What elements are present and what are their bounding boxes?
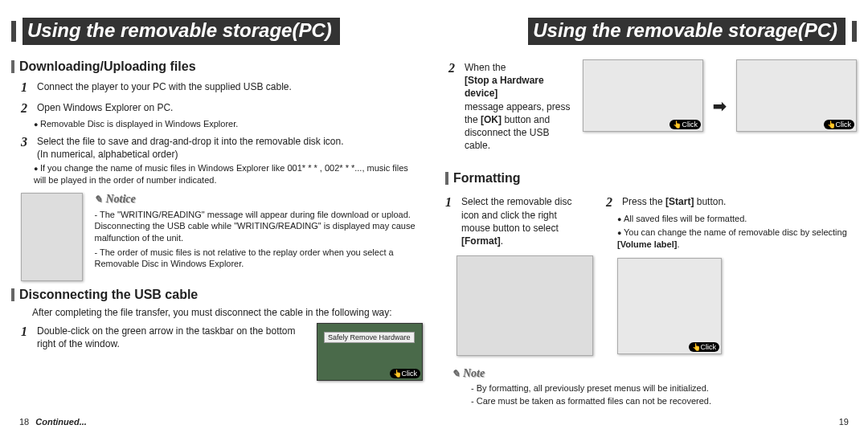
- step-number: 3: [21, 133, 32, 161]
- page-title: Using the removable storage(PC): [528, 18, 845, 45]
- format-step-2: 2Press the [Start] button.: [606, 194, 857, 211]
- section-formatting: Formatting: [445, 171, 857, 186]
- notice-item: - The "WRITING/READING" message will app…: [94, 209, 423, 243]
- screenshot-tray: Safely Remove Hardware 👆Click: [317, 323, 423, 381]
- step-2-row: 2 When the [Stop a Hardware device] mess…: [448, 59, 857, 152]
- tooltip: Safely Remove Hardware: [324, 332, 415, 343]
- click-badge: 👆Click: [689, 342, 720, 352]
- format-step-1: 1Select the removable disc icon and clic…: [445, 194, 582, 247]
- page-title-row: Using the removable storage(PC): [11, 18, 423, 45]
- step-number: 2: [606, 194, 617, 211]
- step-number: 2: [21, 100, 32, 117]
- note-block: ✎Note - By formatting, all previously pr…: [452, 367, 857, 407]
- step-number: 1: [445, 194, 457, 247]
- step-2: 2Open Windows Explorer on PC.: [21, 100, 423, 117]
- screenshot-format-menu: [457, 255, 593, 356]
- pen-icon: ✎: [94, 194, 102, 205]
- title-mark: [11, 21, 16, 42]
- step-number: 1: [21, 323, 32, 350]
- step-number: 2: [448, 59, 460, 152]
- screenshot-stop-confirm: 👆Click: [736, 59, 857, 132]
- screenshot-explorer: [21, 193, 83, 281]
- footer-left: 18Continued...: [19, 417, 87, 427]
- arrow-icon: ➡: [713, 96, 727, 116]
- screenshot-stop-hardware: 👆Click: [583, 59, 703, 132]
- screenshot-format-dialog: 👆Click: [617, 258, 722, 354]
- bullet: If you change the name of music files in…: [34, 162, 423, 186]
- footer-right: 19: [839, 417, 849, 427]
- format-columns: 1Select the removable disc icon and clic…: [445, 190, 857, 356]
- bullet: You can change the name of removable dis…: [617, 227, 857, 251]
- note-item: - Care must be taken as formatted files …: [471, 395, 857, 407]
- notice-label: ✎Notice: [94, 193, 423, 206]
- step-1: 1Connect the player to your PC with the …: [21, 79, 423, 96]
- page-title: Using the removable storage(PC): [23, 18, 340, 45]
- notice-block: ✎Notice - The "WRITING/READING" message …: [21, 193, 423, 281]
- step-3: 3Select the file to save and drag-and-dr…: [21, 133, 423, 161]
- right-page: Using the removable storage(PC) 2 When t…: [434, 0, 868, 433]
- note-label: ✎Note: [452, 367, 857, 380]
- notice-item: - The order of music files is not relati…: [94, 247, 423, 270]
- click-badge: 👆Click: [390, 369, 421, 378]
- click-badge: 👆Click: [669, 120, 701, 129]
- step-number: 1: [21, 79, 32, 96]
- bullet: All saved files will be formatted.: [617, 213, 857, 225]
- section-downloading: Downloading/Uploading files: [11, 59, 423, 74]
- right-step-2: 2 When the [Stop a Hardware device] mess…: [448, 59, 573, 152]
- bullet: Removable Disc is displayed in Windows E…: [34, 118, 423, 130]
- note-item: - By formatting, all previously preset m…: [471, 382, 857, 394]
- section-disconnecting: Disconnecting the USB cable: [11, 288, 423, 302]
- disc-step-1: 1Double-click on the green arrow in the …: [21, 323, 304, 350]
- page-title-row: Using the removable storage(PC): [445, 18, 857, 45]
- disc-intro: After completing the file transfer, you …: [32, 307, 423, 318]
- click-badge: 👆Click: [824, 120, 855, 129]
- pen-icon: ✎: [452, 368, 460, 379]
- title-mark: [852, 21, 857, 42]
- left-page: Using the removable storage(PC) Download…: [0, 0, 434, 433]
